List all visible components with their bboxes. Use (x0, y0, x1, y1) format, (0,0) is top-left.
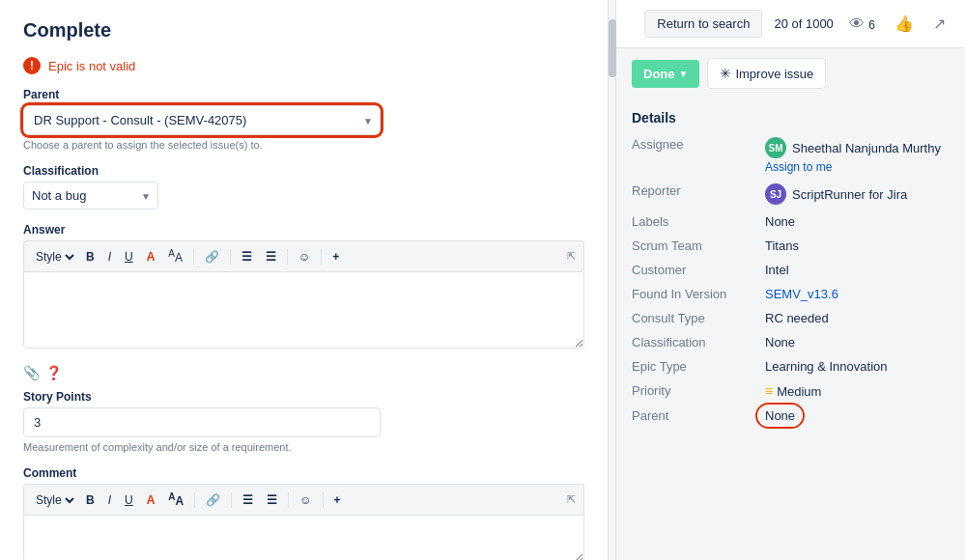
priority-value: ≡ Medium (765, 383, 821, 399)
eye-icon-button[interactable]: 👁 6 (845, 12, 879, 37)
return-search-button[interactable]: Return to search (644, 10, 762, 38)
assignee-value-group: SM Sheethal Nanjunda Murthy Assign to me (765, 137, 941, 174)
toolbar-divider-1 (193, 249, 194, 265)
parent-hint: Choose a parent to assign the selected i… (23, 139, 584, 151)
parent-select[interactable]: DR Support - Consult - (SEMV-42075) (23, 105, 381, 135)
improve-star-icon: ✳ (720, 66, 731, 81)
left-panel: Complete ! Epic is not valid Parent DR S… (0, 0, 609, 560)
improve-issue-button[interactable]: ✳ Improve issue (707, 58, 826, 89)
story-points-input[interactable] (23, 407, 381, 437)
detail-row-labels: Labels None (632, 214, 950, 229)
answer-toolbar: Style B I U A AA 🔗 ☰ ☰ ☺ + ⇱ (23, 240, 584, 271)
comment-italic-button[interactable]: I (103, 490, 116, 510)
detail-value-priority: Medium (777, 384, 821, 399)
classification-field: Classification Not a bug Bug Feature Tas… (23, 164, 584, 210)
detail-row-customer: Customer Intel (632, 263, 950, 277)
page-title: Complete (23, 19, 584, 42)
detail-key-consult-type: Consult Type (632, 311, 757, 325)
emoji-button[interactable]: ☺ (294, 247, 315, 266)
assignee-name-row: SM Sheethal Nanjunda Murthy (765, 137, 941, 158)
detail-row-classification: Classification None (632, 335, 950, 350)
numbered-list-button[interactable]: ☰ (261, 247, 281, 266)
reporter-avatar: SJ (765, 183, 786, 205)
classification-select[interactable]: Not a bug Bug Feature Task (23, 182, 158, 210)
thumbs-up-button[interactable]: 👍 (891, 11, 918, 37)
reporter-name: ScriptRunner for Jira (792, 187, 907, 202)
detail-key-parent: Parent (632, 408, 757, 423)
scrollbar-thumb[interactable] (609, 19, 616, 77)
more-button[interactable]: + (327, 247, 344, 266)
scrollbar-track[interactable] (609, 0, 616, 560)
comment-expand-icon: ⇱ (567, 493, 576, 506)
answer-label: Answer (23, 223, 584, 237)
link-button[interactable]: 🔗 (200, 247, 224, 266)
toolbar-expand-icon: ⇱ (567, 250, 576, 263)
comment-divider-4 (323, 492, 324, 508)
share-button[interactable]: ↗ (929, 11, 950, 37)
comment-divider-2 (231, 492, 232, 508)
epic-error-text: Epic is not valid (48, 59, 135, 73)
comment-divider-1 (194, 492, 195, 508)
comment-field: Comment Style B I U A AA 🔗 ☰ ☰ ☺ + ⇱ (23, 466, 584, 560)
toolbar-divider-2 (230, 249, 231, 265)
help-button[interactable]: ❓ (45, 365, 62, 380)
detail-value-consult-type: RC needed (765, 311, 950, 325)
comment-more-button[interactable]: + (329, 490, 346, 510)
comment-style-dropdown[interactable]: Style (32, 492, 77, 508)
toolbar-divider-4 (321, 249, 322, 265)
thumbs-up-icon: 👍 (894, 15, 914, 32)
detail-row-priority: Priority ≡ Medium (632, 383, 950, 399)
detail-key-epic-type: Epic Type (632, 359, 757, 374)
priority-bar-icon: ≡ (765, 383, 773, 399)
detail-row-scrum-team: Scrum Team Titans (632, 238, 950, 253)
classification-select-wrapper: Not a bug Bug Feature Task ▼ (23, 182, 158, 210)
details-title: Details (632, 110, 950, 126)
bold-button[interactable]: B (81, 247, 99, 266)
done-chevron-icon: ▼ (679, 69, 689, 79)
font-color-button[interactable]: A (142, 247, 160, 266)
comment-bold-button[interactable]: B (81, 490, 99, 510)
comment-textarea[interactable] (23, 515, 584, 560)
comment-divider-3 (288, 492, 289, 508)
attachment-button[interactable]: 📎 (23, 365, 40, 380)
comment-link-button[interactable]: 🔗 (201, 490, 225, 510)
found-in-version-link[interactable]: SEMV_v13.6 (765, 287, 950, 301)
comment-emoji-button[interactable]: ☺ (295, 490, 316, 510)
assign-to-me-link[interactable]: Assign to me (765, 160, 941, 174)
font-size-button[interactable]: AA (163, 245, 187, 267)
classification-label: Classification (23, 164, 584, 178)
detail-value-parent: None (765, 408, 795, 423)
bullet-list-button[interactable]: ☰ (237, 247, 257, 266)
done-label: Done (643, 67, 675, 81)
right-panel: Return to search 20 of 1000 👁 6 👍 ↗ Done… (616, 0, 965, 560)
underline-button[interactable]: U (120, 247, 138, 266)
detail-value-epic-type: Learning & Innovation (765, 359, 950, 374)
comment-label: Comment (23, 466, 584, 480)
story-points-label: Story Points (23, 390, 584, 404)
views-count: 6 (868, 18, 875, 32)
italic-button[interactable]: I (103, 247, 116, 266)
detail-value-customer: Intel (765, 263, 950, 277)
toolbar-divider-3 (287, 249, 288, 265)
comment-underline-button[interactable]: U (120, 490, 138, 510)
detail-key-reporter: Reporter (632, 183, 757, 198)
action-bar: Done ▼ ✳ Improve issue (616, 48, 965, 98)
comment-bullet-button[interactable]: ☰ (238, 490, 258, 510)
detail-key-customer: Customer (632, 263, 757, 277)
improve-label: Improve issue (735, 67, 813, 81)
style-dropdown[interactable]: Style (32, 249, 77, 265)
done-button[interactable]: Done ▼ (632, 60, 699, 88)
comment-color-button[interactable]: A (142, 490, 160, 510)
detail-row-consult-type: Consult Type RC needed (632, 311, 950, 325)
answer-textarea[interactable] (23, 271, 584, 349)
comment-num-button[interactable]: ☰ (262, 490, 282, 510)
detail-row-found-in-version: Found In Version SEMV_v13.6 (632, 287, 950, 301)
comment-fontsize-button[interactable]: AA (163, 489, 188, 511)
answer-field: Answer Style B I U A AA 🔗 ☰ ☰ ☺ + ⇱ (23, 223, 584, 351)
story-points-hint: Measurement of complexity and/or size of… (23, 441, 584, 453)
assignee-avatar: SM (765, 137, 786, 158)
story-points-field: Story Points Measurement of complexity a… (23, 390, 584, 453)
detail-value-classification: None (765, 335, 950, 350)
parent-none-annotation: None (765, 408, 795, 423)
eye-icon: 👁 (849, 15, 865, 32)
